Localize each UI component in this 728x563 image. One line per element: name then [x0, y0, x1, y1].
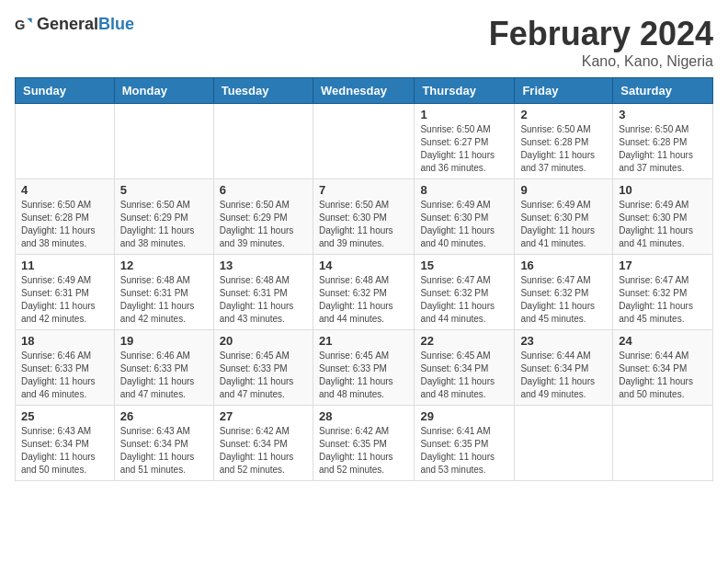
- column-header-wednesday: Wednesday: [313, 78, 414, 104]
- day-info: Sunrise: 6:45 AM Sunset: 6:33 PM Dayligh…: [319, 350, 408, 401]
- day-number: 7: [319, 183, 408, 197]
- calendar-cell: 10Sunrise: 6:49 AM Sunset: 6:30 PM Dayli…: [613, 179, 713, 255]
- day-info: Sunrise: 6:49 AM Sunset: 6:31 PM Dayligh…: [21, 274, 108, 326]
- day-info: Sunrise: 6:49 AM Sunset: 6:30 PM Dayligh…: [619, 199, 707, 250]
- calendar-cell: [613, 406, 713, 481]
- day-number: 11: [21, 259, 108, 272]
- day-info: Sunrise: 6:45 AM Sunset: 6:33 PM Dayligh…: [220, 350, 307, 401]
- calendar-cell: 9Sunrise: 6:49 AM Sunset: 6:30 PM Daylig…: [515, 179, 613, 255]
- logo-general-text: General: [37, 15, 98, 33]
- day-number: 25: [21, 409, 108, 423]
- svg-marker-1: [27, 17, 31, 22]
- calendar-cell: 4Sunrise: 6:50 AM Sunset: 6:28 PM Daylig…: [16, 179, 115, 255]
- calendar-cell: 26Sunrise: 6:43 AM Sunset: 6:34 PM Dayli…: [114, 406, 213, 481]
- svg-text:G: G: [15, 17, 25, 31]
- calendar-cell: 15Sunrise: 6:47 AM Sunset: 6:32 PM Dayli…: [415, 255, 515, 330]
- day-number: 9: [520, 183, 607, 197]
- column-header-sunday: Sunday: [16, 78, 115, 104]
- day-number: 18: [21, 334, 108, 348]
- calendar-cell: 11Sunrise: 6:49 AM Sunset: 6:31 PM Dayli…: [16, 255, 115, 330]
- calendar-cell: 17Sunrise: 6:47 AM Sunset: 6:32 PM Dayli…: [613, 255, 713, 330]
- calendar-week-row: 1Sunrise: 6:50 AM Sunset: 6:27 PM Daylig…: [16, 104, 713, 179]
- calendar-cell: [16, 104, 115, 179]
- day-info: Sunrise: 6:44 AM Sunset: 6:34 PM Dayligh…: [520, 350, 607, 401]
- calendar-cell: 12Sunrise: 6:48 AM Sunset: 6:31 PM Dayli…: [114, 255, 213, 330]
- month-year-title: February 2024: [489, 15, 713, 53]
- calendar-table: SundayMondayTuesdayWednesdayThursdayFrid…: [15, 77, 713, 481]
- day-number: 13: [220, 259, 307, 272]
- day-info: Sunrise: 6:49 AM Sunset: 6:30 PM Dayligh…: [420, 199, 508, 250]
- logo-blue-text: Blue: [98, 15, 134, 33]
- calendar-cell: 14Sunrise: 6:48 AM Sunset: 6:32 PM Dayli…: [313, 255, 414, 330]
- day-number: 10: [619, 183, 707, 197]
- calendar-cell: 20Sunrise: 6:45 AM Sunset: 6:33 PM Dayli…: [213, 330, 313, 406]
- calendar-week-row: 18Sunrise: 6:46 AM Sunset: 6:33 PM Dayli…: [16, 330, 713, 406]
- day-number: 1: [420, 108, 508, 121]
- day-info: Sunrise: 6:46 AM Sunset: 6:33 PM Dayligh…: [120, 350, 208, 401]
- day-number: 4: [21, 183, 108, 197]
- calendar-cell: 27Sunrise: 6:42 AM Sunset: 6:34 PM Dayli…: [213, 406, 313, 481]
- day-number: 19: [120, 334, 208, 348]
- calendar-cell: 7Sunrise: 6:50 AM Sunset: 6:30 PM Daylig…: [313, 179, 414, 255]
- day-number: 27: [220, 409, 307, 423]
- day-number: 8: [420, 183, 508, 197]
- day-number: 6: [220, 183, 307, 197]
- calendar-cell: [114, 104, 213, 179]
- day-number: 17: [619, 259, 707, 272]
- day-number: 5: [120, 183, 208, 197]
- day-number: 29: [420, 409, 508, 423]
- day-info: Sunrise: 6:45 AM Sunset: 6:34 PM Dayligh…: [420, 350, 508, 401]
- calendar-cell: 5Sunrise: 6:50 AM Sunset: 6:29 PM Daylig…: [114, 179, 213, 255]
- calendar-cell: 28Sunrise: 6:42 AM Sunset: 6:35 PM Dayli…: [313, 406, 414, 481]
- day-number: 2: [520, 108, 607, 121]
- calendar-cell: [313, 104, 414, 179]
- location-subtitle: Kano, Kano, Nigeria: [489, 53, 713, 70]
- day-info: Sunrise: 6:43 AM Sunset: 6:34 PM Dayligh…: [120, 425, 208, 477]
- calendar-cell: 2Sunrise: 6:50 AM Sunset: 6:28 PM Daylig…: [515, 104, 613, 179]
- calendar-week-row: 11Sunrise: 6:49 AM Sunset: 6:31 PM Dayli…: [16, 255, 713, 330]
- day-number: 21: [319, 334, 408, 348]
- calendar-cell: 8Sunrise: 6:49 AM Sunset: 6:30 PM Daylig…: [415, 179, 515, 255]
- calendar-cell: 16Sunrise: 6:47 AM Sunset: 6:32 PM Dayli…: [515, 255, 613, 330]
- column-header-tuesday: Tuesday: [213, 78, 313, 104]
- calendar-cell: 13Sunrise: 6:48 AM Sunset: 6:31 PM Dayli…: [213, 255, 313, 330]
- day-info: Sunrise: 6:42 AM Sunset: 6:35 PM Dayligh…: [319, 425, 408, 477]
- calendar-cell: 24Sunrise: 6:44 AM Sunset: 6:34 PM Dayli…: [613, 330, 713, 406]
- day-info: Sunrise: 6:46 AM Sunset: 6:33 PM Dayligh…: [21, 350, 108, 401]
- day-number: 12: [120, 259, 208, 272]
- header: G GeneralBlue February 2024 Kano, Kano, …: [15, 15, 713, 70]
- day-info: Sunrise: 6:47 AM Sunset: 6:32 PM Dayligh…: [619, 274, 707, 326]
- day-number: 16: [520, 259, 607, 272]
- calendar-cell: 29Sunrise: 6:41 AM Sunset: 6:35 PM Dayli…: [415, 406, 515, 481]
- calendar-cell: 3Sunrise: 6:50 AM Sunset: 6:28 PM Daylig…: [613, 104, 713, 179]
- day-info: Sunrise: 6:47 AM Sunset: 6:32 PM Dayligh…: [420, 274, 508, 326]
- day-info: Sunrise: 6:47 AM Sunset: 6:32 PM Dayligh…: [520, 274, 607, 326]
- calendar-cell: 1Sunrise: 6:50 AM Sunset: 6:27 PM Daylig…: [415, 104, 515, 179]
- logo: G GeneralBlue: [15, 15, 134, 34]
- calendar-cell: [213, 104, 313, 179]
- day-info: Sunrise: 6:50 AM Sunset: 6:27 PM Dayligh…: [420, 123, 508, 175]
- calendar-week-row: 4Sunrise: 6:50 AM Sunset: 6:28 PM Daylig…: [16, 179, 713, 255]
- day-info: Sunrise: 6:41 AM Sunset: 6:35 PM Dayligh…: [420, 425, 508, 477]
- day-info: Sunrise: 6:49 AM Sunset: 6:30 PM Dayligh…: [520, 199, 607, 250]
- day-number: 22: [420, 334, 508, 348]
- day-info: Sunrise: 6:50 AM Sunset: 6:30 PM Dayligh…: [319, 199, 408, 250]
- day-info: Sunrise: 6:48 AM Sunset: 6:31 PM Dayligh…: [220, 274, 307, 326]
- day-number: 28: [319, 409, 408, 423]
- day-info: Sunrise: 6:48 AM Sunset: 6:31 PM Dayligh…: [120, 274, 208, 326]
- calendar-cell: 19Sunrise: 6:46 AM Sunset: 6:33 PM Dayli…: [114, 330, 213, 406]
- day-info: Sunrise: 6:42 AM Sunset: 6:34 PM Dayligh…: [220, 425, 307, 477]
- day-info: Sunrise: 6:50 AM Sunset: 6:29 PM Dayligh…: [120, 199, 208, 250]
- calendar-cell: 21Sunrise: 6:45 AM Sunset: 6:33 PM Dayli…: [313, 330, 414, 406]
- day-info: Sunrise: 6:50 AM Sunset: 6:28 PM Dayligh…: [21, 199, 108, 250]
- day-info: Sunrise: 6:50 AM Sunset: 6:29 PM Dayligh…: [220, 199, 307, 250]
- calendar-cell: [515, 406, 613, 481]
- day-number: 15: [420, 259, 508, 272]
- day-number: 3: [619, 108, 707, 121]
- calendar-week-row: 25Sunrise: 6:43 AM Sunset: 6:34 PM Dayli…: [16, 406, 713, 481]
- day-info: Sunrise: 6:43 AM Sunset: 6:34 PM Dayligh…: [21, 425, 108, 477]
- calendar-cell: 6Sunrise: 6:50 AM Sunset: 6:29 PM Daylig…: [213, 179, 313, 255]
- day-info: Sunrise: 6:48 AM Sunset: 6:32 PM Dayligh…: [319, 274, 408, 326]
- column-header-thursday: Thursday: [415, 78, 515, 104]
- day-number: 26: [120, 409, 208, 423]
